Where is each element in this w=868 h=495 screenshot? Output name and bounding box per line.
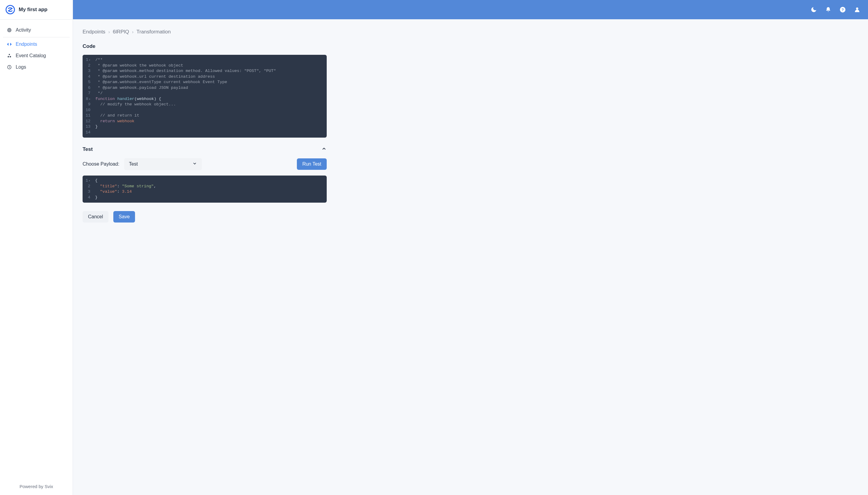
help-icon[interactable]: ? [839, 6, 846, 13]
svg-point-4 [9, 54, 10, 55]
sidebar-item-event-catalog[interactable]: Event Catalog [3, 50, 70, 62]
sidebar-header: My first app [0, 0, 72, 20]
sidebar-item-label: Endpoints [16, 41, 37, 47]
code-editor[interactable]: 1▾ 2 3 4 5 6 7 8▾ 9 10 11 12 13 1 [83, 55, 327, 138]
catalog-icon [6, 53, 12, 58]
sidebar-item-logs[interactable]: Logs [3, 62, 70, 73]
chevron-down-icon [192, 161, 197, 167]
code-section-title: Code [83, 44, 327, 49]
sidebar-footer: Powered by Svix [0, 478, 72, 495]
history-icon [6, 65, 12, 70]
code-icon [6, 41, 12, 47]
svg-point-10 [856, 7, 858, 10]
dropdown-value: Test [129, 161, 138, 167]
svg-text:?: ? [841, 7, 844, 12]
payload-body[interactable]: { "title": "Some string", "value": 3.14 … [92, 175, 327, 203]
sidebar-item-label: Activity [16, 28, 31, 33]
code-body[interactable]: /** * @param webhook the webhook object … [92, 55, 327, 138]
topbar: ? [73, 0, 868, 19]
sidebar-item-endpoints[interactable]: Endpoints [3, 38, 70, 50]
payload-gutter: 1▾ 2 3 4 [83, 175, 92, 203]
app-logo-icon [5, 5, 15, 15]
sidebar-item-label: Event Catalog [16, 53, 46, 58]
target-icon [6, 28, 12, 33]
sidebar: My first app Activity Endpoints [0, 0, 73, 495]
divider [3, 37, 70, 37]
sidebar-item-activity[interactable]: Activity [3, 24, 70, 36]
chevron-up-icon[interactable] [321, 146, 327, 153]
user-icon[interactable] [853, 6, 861, 13]
save-button[interactable]: Save [113, 211, 135, 222]
chevron-right-icon: › [109, 30, 110, 34]
sidebar-nav: Activity Endpoints Event Catalog [0, 20, 72, 478]
payload-label: Choose Payload: [83, 161, 119, 167]
test-section-title: Test [83, 146, 93, 152]
svg-rect-5 [8, 56, 9, 57]
breadcrumb: Endpoints › 6lRPlQ › Transformation [83, 29, 327, 35]
code-gutter: 1▾ 2 3 4 5 6 7 8▾ 9 10 11 12 13 1 [83, 55, 92, 138]
theme-toggle-icon[interactable] [810, 6, 817, 13]
breadcrumb-item: Transformation [136, 29, 171, 35]
svg-rect-6 [10, 56, 11, 57]
breadcrumb-item[interactable]: Endpoints [83, 29, 105, 35]
cancel-button[interactable]: Cancel [83, 211, 109, 222]
payload-dropdown[interactable]: Test [124, 158, 202, 170]
payload-editor[interactable]: 1▾ 2 3 4 { "title": "Some string", "valu… [83, 175, 327, 203]
sidebar-item-label: Logs [16, 65, 26, 70]
breadcrumb-item[interactable]: 6lRPlQ [113, 29, 129, 35]
run-test-button[interactable]: Run Test [297, 158, 327, 170]
chevron-right-icon: › [132, 30, 133, 34]
notifications-icon[interactable] [824, 6, 832, 13]
app-name: My first app [19, 6, 47, 13]
